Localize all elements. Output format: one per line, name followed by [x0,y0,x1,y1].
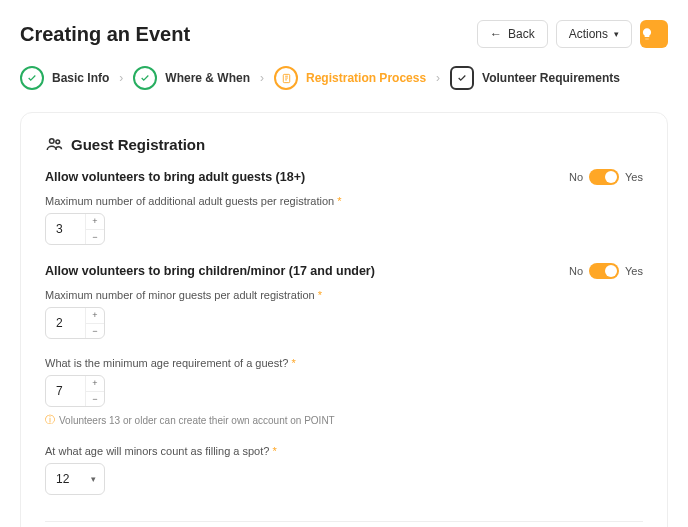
min-age-stepper[interactable]: 7 + − [45,375,105,407]
toggle-yes: Yes [625,171,643,183]
step-basic-info[interactable]: Basic Info [20,66,109,90]
filling-spot-label: At what age will minors count as filling… [45,445,269,457]
lightbulb-icon [640,27,654,41]
max-adult-value: 3 [46,214,86,244]
toggle-no: No [569,265,583,277]
step-registration[interactable]: Registration Process [274,66,426,90]
min-age-value: 7 [46,376,86,406]
min-age-hint: Volunteers 13 or older can create their … [59,415,335,426]
minor-guests-toggle[interactable] [589,263,619,279]
svg-point-1 [50,139,55,144]
max-adult-stepper[interactable]: 3 + − [45,213,105,245]
info-icon: ⓘ [45,413,55,427]
step-label: Basic Info [52,71,109,85]
max-minor-value: 2 [46,308,86,338]
max-adult-label: Maximum number of additional adult guest… [45,195,334,207]
toggle-no: No [569,171,583,183]
clipboard-icon [274,66,298,90]
filling-spot-value: 12 [56,472,69,486]
increment-button[interactable]: + [86,308,104,324]
people-icon [45,135,63,153]
step-label: Volunteer Requirements [482,71,620,85]
adult-guests-toggle[interactable] [589,169,619,185]
chevron-down-icon: ▾ [91,474,96,484]
progress-stepper: Basic Info › Where & When › Registration… [20,66,668,90]
back-label: Back [508,27,535,41]
step-label: Where & When [165,71,250,85]
min-age-label: What is the minimum age requirement of a… [45,357,288,369]
step-label: Registration Process [306,71,426,85]
increment-button[interactable]: + [86,376,104,392]
back-button[interactable]: ← Back [477,20,548,48]
chevron-down-icon: ▾ [614,29,619,39]
chevron-right-icon: › [260,71,264,85]
toggle-yes: Yes [625,265,643,277]
registration-card: Guest Registration Allow volunteers to b… [20,112,668,527]
section-title: Guest Registration [71,136,205,153]
arrow-left-icon: ← [490,27,502,41]
max-minor-stepper[interactable]: 2 + − [45,307,105,339]
svg-point-2 [56,140,60,144]
help-button[interactable] [640,20,668,48]
increment-button[interactable]: + [86,214,104,230]
step-where-when[interactable]: Where & When [133,66,250,90]
chevron-right-icon: › [436,71,440,85]
minor-guests-label: Allow volunteers to bring children/minor… [45,264,375,278]
filling-spot-select[interactable]: 12 ▾ [45,463,105,495]
page-title: Creating an Event [20,23,190,46]
actions-label: Actions [569,27,608,41]
check-icon [133,66,157,90]
chevron-right-icon: › [119,71,123,85]
max-minor-label: Maximum number of minor guests per adult… [45,289,315,301]
step-volunteer-req[interactable]: Volunteer Requirements [450,66,620,90]
adult-guests-label: Allow volunteers to bring adult guests (… [45,170,305,184]
checkbox-icon [450,66,474,90]
decrement-button[interactable]: − [86,230,104,245]
decrement-button[interactable]: − [86,324,104,339]
decrement-button[interactable]: − [86,392,104,407]
check-icon [20,66,44,90]
actions-button[interactable]: Actions ▾ [556,20,632,48]
